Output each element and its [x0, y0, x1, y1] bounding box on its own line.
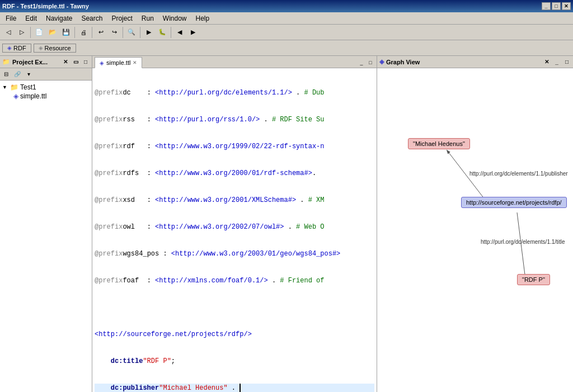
- next-edit-button[interactable]: ▶: [187, 26, 199, 39]
- editor-tab-controls: _ □: [358, 59, 374, 68]
- search-toolbar-button[interactable]: 🔍: [125, 26, 138, 39]
- menu-bar: File Edit Navigate Search Project Run Wi…: [0, 12, 573, 25]
- graph-view-canvas: "Michael Hedenus" http://purl.org/dc/ele…: [377, 68, 573, 392]
- close-button[interactable]: ✕: [562, 2, 571, 10]
- project-menu-button[interactable]: ▾: [24, 69, 34, 79]
- tree-item-simple-ttl[interactable]: ◈ simple.ttl: [0, 92, 92, 101]
- rdf-button[interactable]: ◈ RDF: [2, 44, 31, 53]
- graph-view-title: Graph View: [386, 59, 541, 65]
- editor-panel: ◈ simple.ttl ✕ _ □ @prefix dc : <http://…: [92, 56, 377, 392]
- graph-edge-title-label: http://purl.org/dc/elements/1.1/title: [481, 239, 565, 245]
- code-line-2: @prefix rss : <http://purl.org/rss/1.0/>…: [95, 115, 374, 124]
- main-toolbar: ◁ ▷ 📄 📂 💾 🖨 ↩ ↪ 🔍 ▶ 🐛 ◀ ▶: [0, 25, 573, 40]
- graph-node-rdfp-label: "RDF P": [522, 276, 545, 283]
- graph-node-rdfp[interactable]: "RDF P": [517, 274, 550, 285]
- graph-view-minimize[interactable]: _: [553, 58, 561, 66]
- forward-button[interactable]: ▷: [16, 26, 28, 39]
- menu-window[interactable]: Window: [158, 13, 191, 23]
- editor-tab-label: simple.ttl: [106, 59, 130, 66]
- graph-node-sourceforge[interactable]: http://sourceforge.net/projects/rdfp/: [461, 197, 567, 208]
- debug-button[interactable]: 🐛: [156, 26, 168, 39]
- resource-button[interactable]: ◈ Resource: [34, 44, 76, 53]
- editor-minimize-btn[interactable]: _: [358, 59, 365, 67]
- menu-search[interactable]: Search: [77, 13, 107, 23]
- code-line-5: @prefix xsd : <http://www.w3.org/2001/XM…: [95, 196, 374, 205]
- graph-svg: [377, 68, 573, 392]
- graph-node-michael-label: "Michael Hedenus": [413, 140, 465, 147]
- editor-tab-simple-ttl[interactable]: ◈ simple.ttl ✕: [95, 57, 142, 68]
- tree-label-simple-ttl: simple.ttl: [20, 92, 46, 100]
- menu-help[interactable]: Help: [191, 13, 214, 23]
- editor-maximize-btn[interactable]: □: [367, 59, 374, 67]
- window-title: RDF - Test1/simple.ttl - Tawny: [2, 3, 89, 10]
- minimize-button[interactable]: _: [542, 2, 551, 10]
- redo-button[interactable]: ↪: [108, 26, 120, 39]
- code-line-3: @prefix rdf : <http://www.w3.org/1999/02…: [95, 142, 374, 151]
- code-line-8: @prefix foaf : <http://xmlns.com/foaf/0.…: [95, 276, 374, 285]
- rdf-button-label: RDF: [13, 45, 26, 51]
- project-explorer-close[interactable]: ✕: [62, 58, 69, 66]
- project-toolbar: ⊟ 🔗 ▾: [0, 68, 92, 81]
- maximize-button[interactable]: □: [552, 2, 561, 10]
- toolbar-sep-5: [140, 27, 140, 38]
- collapse-all-button[interactable]: ⊟: [1, 69, 11, 79]
- project-explorer-minimize[interactable]: ▭: [72, 58, 79, 66]
- toolbar-sep-1: [30, 27, 31, 38]
- project-tree: ▼ 📁 Test1 ◈ simple.ttl: [0, 81, 92, 392]
- svg-line-1: [517, 212, 525, 279]
- save-button[interactable]: 💾: [60, 26, 72, 39]
- prev-edit-button[interactable]: ◀: [173, 26, 186, 39]
- graph-node-sourceforge-label: http://sourceforge.net/projects/rdfp/: [466, 199, 562, 206]
- toolbar-sep-3: [92, 27, 92, 38]
- resource-button-label: Resource: [45, 45, 71, 51]
- back-button[interactable]: ◁: [2, 26, 15, 39]
- editor-tab-bar: ◈ simple.ttl ✕ _ □: [92, 56, 377, 68]
- open-button[interactable]: 📂: [46, 26, 59, 39]
- code-line-9: [95, 303, 374, 312]
- link-editor-button[interactable]: 🔗: [12, 69, 22, 79]
- graph-edge-publisher-label: http://purl.org/dc/elements/1.1/publishe…: [469, 171, 568, 177]
- code-line-11: dc:title "RDF P" ;: [95, 357, 374, 366]
- run-button[interactable]: ▶: [143, 26, 155, 39]
- graph-node-michael[interactable]: "Michael Hedenus": [408, 138, 470, 149]
- graph-view-panel: ◈ Graph View ✕ _ □: [377, 56, 573, 392]
- toolbar-sep-4: [123, 27, 123, 38]
- code-line-1: @prefix dc : <http://purl.org/dc/element…: [95, 88, 374, 97]
- rdf-toolbar: ◈ RDF ◈ Resource: [0, 40, 573, 56]
- new-button[interactable]: 📄: [33, 26, 45, 39]
- menu-project[interactable]: Project: [107, 13, 137, 23]
- code-line-10: <http://sourceforge.net/projects/rdfp/>: [95, 330, 374, 339]
- code-line-4: @prefix rdfs : <http://www.w3.org/2000/0…: [95, 169, 374, 178]
- print-button[interactable]: 🖨: [77, 26, 90, 39]
- code-line-6: @prefix owl : <http://www.w3.org/2002/07…: [95, 223, 374, 232]
- toolbar-sep-2: [74, 27, 75, 38]
- graph-view-close[interactable]: ✕: [543, 58, 551, 66]
- code-editor[interactable]: @prefix dc : <http://purl.org/dc/element…: [92, 68, 377, 392]
- graph-view-maximize[interactable]: □: [563, 58, 571, 66]
- project-explorer-panel: 📁 Project Ex... ✕ ▭ □ ⊟ 🔗 ▾ ▼ 📁 Test1 ◈: [0, 56, 92, 392]
- graph-view-header: ◈ Graph View ✕ _ □: [377, 56, 573, 68]
- menu-file[interactable]: File: [1, 13, 21, 23]
- project-explorer-maximize[interactable]: □: [82, 58, 90, 66]
- panel-area: 📁 Project Ex... ✕ ▭ □ ⊟ 🔗 ▾ ▼ 📁 Test1 ◈: [0, 56, 573, 392]
- menu-navigate[interactable]: Navigate: [41, 13, 77, 23]
- code-line-7: @prefix wgs84_pos : <http://www.w3.org/2…: [95, 249, 374, 258]
- editor-tab-close[interactable]: ✕: [133, 60, 137, 65]
- folder-icon: 📁: [10, 83, 18, 91]
- title-bar: RDF - Test1/simple.ttl - Tawny _ □ ✕: [0, 0, 573, 12]
- menu-edit[interactable]: Edit: [21, 13, 41, 23]
- menu-run[interactable]: Run: [137, 13, 158, 23]
- tree-item-test1[interactable]: ▼ 📁 Test1: [0, 83, 92, 92]
- title-bar-buttons: _ □ ✕: [542, 2, 571, 10]
- file-icon: ◈: [13, 92, 18, 100]
- undo-button[interactable]: ↩: [95, 26, 107, 39]
- project-explorer-title: Project Ex...: [12, 59, 59, 65]
- code-line-12: dc:publisher "Michael Hedenus" .: [95, 384, 374, 392]
- tree-label-test1: Test1: [20, 83, 36, 91]
- top-area: 📁 Project Ex... ✕ ▭ □ ⊟ 🔗 ▾ ▼ 📁 Test1 ◈: [0, 56, 573, 392]
- toolbar-sep-6: [171, 27, 171, 38]
- expand-icon[interactable]: ▼: [2, 84, 9, 90]
- project-explorer-header: 📁 Project Ex... ✕ ▭ □: [0, 56, 92, 68]
